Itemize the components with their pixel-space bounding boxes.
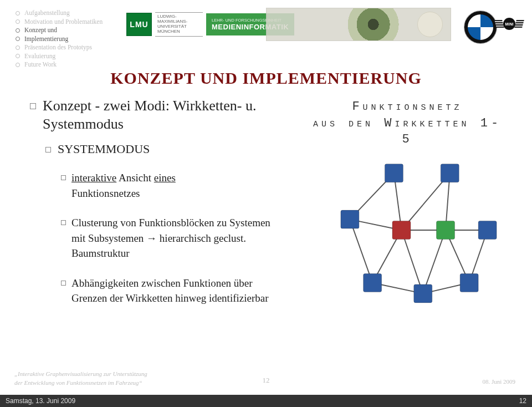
outline-label: Implementierung	[24, 35, 68, 44]
bullet-marker-icon	[30, 103, 36, 109]
outline-item[interactable]: Implementierung	[16, 35, 103, 44]
outline-bullet-icon	[16, 45, 20, 50]
svg-line-7	[350, 220, 372, 283]
bullet-level3: Abhängigkeiten zwischen Funktionen über …	[61, 276, 285, 306]
app-footer-date: Samstag, 13. Juni 2009	[6, 397, 75, 405]
bullet-text: SYSTEMMODUS	[58, 141, 150, 157]
outline-bullet-icon	[16, 28, 20, 33]
eye-banner-image	[266, 8, 451, 41]
figcap-line1: Funktionsnetz	[310, 99, 504, 115]
outline-bullet-icon	[16, 19, 20, 24]
outline-label: Präsentation des Prototyps	[24, 43, 92, 52]
bullet-text: Konzept - zwei Modi: Wirkketten- u. Syst…	[43, 96, 285, 134]
bullet-level3: interaktive Ansicht eines Funktionsnetze…	[61, 170, 285, 201]
slide-body: Konzept - zwei Modi: Wirkketten- u. Syst…	[30, 96, 285, 320]
outline-bullet-icon	[16, 11, 20, 16]
diagram-node	[392, 221, 411, 240]
outline-item[interactable]: Konzept und	[16, 26, 103, 35]
bullet-marker-icon	[61, 281, 66, 286]
outline-item[interactable]: Motivation und Problematiken	[16, 18, 103, 27]
app-footer-bar: Samstag, 13. Juni 2009 12	[0, 395, 532, 407]
diagram-node	[478, 221, 497, 240]
app-footer-page: 12	[519, 395, 526, 407]
lmu-text: LUDWIG- MAXIMILIANS- UNIVERSITÄT MÜNCHEN	[155, 12, 203, 36]
outline-nav: AufgabenstellungMotivation und Problemat…	[16, 9, 103, 69]
svg-line-9	[401, 230, 423, 293]
network-diagram	[321, 144, 499, 316]
bmw-logo	[464, 11, 497, 43]
outline-label: Motivation und Problematiken	[24, 18, 103, 27]
bullet-level1: Konzept - zwei Modi: Wirkketten- u. Syst…	[30, 96, 285, 134]
outline-label: Aufgabenstellung	[24, 9, 70, 18]
outline-label: Future Work	[24, 60, 57, 69]
bullet-text: Abhängigkeiten zwischen Funktionen über …	[71, 276, 285, 306]
bullet-text: interaktive Ansicht eines Funktionsnetze…	[71, 170, 176, 201]
lmu-logo: LMU	[126, 13, 152, 36]
footer-date: 08. Juni 2009	[482, 378, 515, 385]
outline-item[interactable]: Future Work	[16, 60, 103, 69]
diagram-node	[437, 221, 455, 240]
outline-label: Evaluierung	[24, 52, 55, 61]
diagram-node	[414, 284, 432, 303]
diagram-node	[385, 164, 403, 182]
outline-label: Konzept und	[24, 26, 57, 35]
bullet-level3: Clusterung von Funktionsblöcken zu Syste…	[61, 215, 285, 261]
outline-item[interactable]: Aufgabenstellung	[16, 9, 103, 18]
diagram-node	[441, 164, 459, 182]
svg-line-10	[423, 230, 446, 293]
slide-title: KONZEPT UND IMPLEMENTIERUNG	[0, 69, 532, 88]
outline-bullet-icon	[16, 63, 20, 67]
outline-bullet-icon	[16, 54, 20, 58]
footer-page-number: 12	[0, 376, 532, 385]
bullet-text: Clusterung von Funktionsblöcken zu Syste…	[71, 215, 285, 261]
outline-item[interactable]: Präsentation des Prototyps	[16, 43, 103, 52]
mini-text: MINI	[503, 18, 515, 30]
outline-item[interactable]: Evaluierung	[16, 52, 103, 61]
figcap-line2: aus den Wirkketten 1-5	[310, 115, 504, 148]
diagram-node	[341, 210, 359, 228]
slide: AufgabenstellungMotivation und Problemat…	[0, 0, 532, 395]
bullet-marker-icon	[45, 147, 51, 152]
bullet-marker-icon	[61, 220, 66, 225]
outline-bullet-icon	[16, 37, 20, 41]
bullet-marker-icon	[61, 175, 66, 180]
diagram-node	[460, 274, 478, 292]
diagram-node	[364, 274, 382, 292]
bullet-level2: SYSTEMMODUS	[45, 141, 285, 157]
figure-caption: Funktionsnetz aus den Wirkketten 1-5	[310, 99, 504, 148]
mini-logo: MINI	[498, 14, 521, 33]
